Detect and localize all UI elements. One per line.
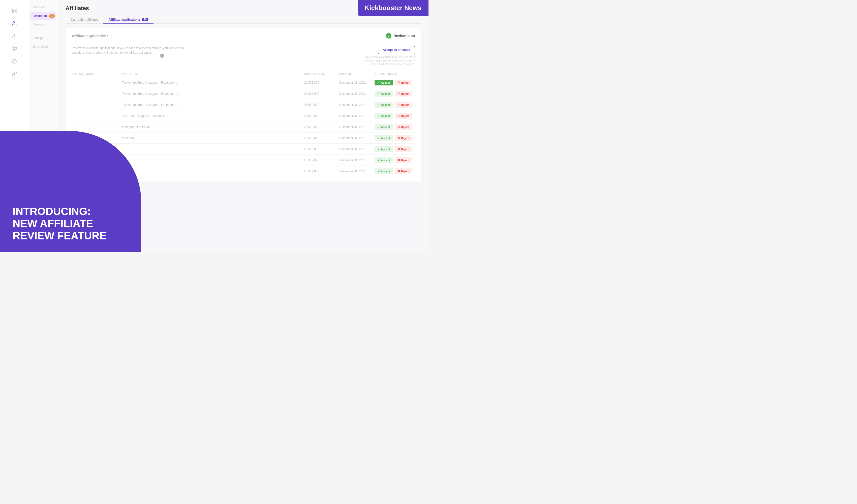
- accept-button[interactable]: ✓ Accept: [374, 91, 393, 97]
- table-row: 25,052,000 December 31, 2021 ✓ Accept ✕ …: [71, 144, 415, 155]
- reject-button[interactable]: ✕ Reject: [395, 146, 413, 152]
- sidebar-cart[interactable]: [0, 42, 29, 55]
- table-row: Twitter, YouTube, Instagram, Facebook, .…: [71, 77, 415, 88]
- th-name: AFFILIATE NAME: [71, 72, 122, 75]
- intro-line2: NEW AFFILIATE: [13, 217, 129, 230]
- nav-settings[interactable]: Settings: [29, 34, 58, 42]
- sidebar-referrals[interactable]: [0, 30, 29, 42]
- th-audience: AUDIENCE SIZE: [304, 72, 339, 75]
- tab-badge: 10: [142, 18, 148, 21]
- accept-button[interactable]: ✓ Accept: [374, 135, 393, 141]
- td-audience: 25,052,000: [304, 81, 339, 84]
- reject-button[interactable]: ✕ Reject: [395, 157, 413, 163]
- kickbooster-title: Kickbooster News: [365, 4, 421, 12]
- td-platforms: Twitter, YouTube, Instagram, Facebook, .…: [122, 81, 304, 84]
- kickbooster-banner: Kickbooster News: [358, 0, 428, 16]
- accept-button[interactable]: ✓ Accept: [374, 80, 393, 85]
- table-row: YouTube, Instagram, Facebook, ... 25,052…: [71, 111, 415, 121]
- table-row: Twitter, YouTube, Instagram, Facebook, .…: [71, 88, 415, 99]
- td-actions: ✓ Accept ✕ Reject: [374, 80, 415, 85]
- tab-campaign-affiliates[interactable]: Campaign affiliates: [66, 16, 103, 24]
- nav-referrals[interactable]: Referrals: [29, 20, 58, 29]
- tabs-bar: Campaign affiliates Affiliate applicatio…: [66, 16, 421, 24]
- reject-button[interactable]: ✕ Reject: [395, 91, 413, 97]
- accept-button[interactable]: ✓ Accept: [374, 102, 393, 107]
- nav-affiliates[interactable]: Affiliates 10: [31, 12, 56, 20]
- sidebar-settings[interactable]: [0, 55, 29, 68]
- table-row: Twitter, YouTube, Instagram, Facebook, .…: [71, 99, 415, 111]
- nav-cart[interactable]: [29, 29, 58, 34]
- svg-point-7: [16, 50, 16, 51]
- accept-all-area: Accept all affiliates Only accept all af…: [365, 46, 415, 66]
- accept-all-note: Only accept all affiliates if you are su…: [365, 55, 415, 66]
- table-row: Instagram, Facebook, ... 25,052,000 Dece…: [71, 121, 415, 133]
- th-applied: APPLIED: [339, 72, 374, 75]
- nav-referrals-label: Referrals: [33, 23, 45, 26]
- review-check-icon: ✓: [386, 33, 391, 38]
- nav-link-builder-label: Link builder: [33, 45, 48, 48]
- svg-point-6: [14, 50, 14, 51]
- affiliates-badge: 10: [49, 14, 55, 18]
- reject-button[interactable]: ✕ Reject: [395, 102, 413, 107]
- reject-button[interactable]: ✕ Reject: [395, 80, 413, 85]
- card-description: Review your affiliate applications. If y…: [71, 46, 192, 55]
- td-applied: December 31, 2021: [339, 81, 374, 84]
- reject-button[interactable]: ✕ Reject: [395, 168, 413, 174]
- reject-button[interactable]: ✕ Reject: [395, 113, 413, 119]
- nav-link-builder[interactable]: Link builder: [29, 42, 58, 51]
- tab-affiliate-applications[interactable]: Affiliate applications 10: [103, 16, 153, 24]
- accept-button[interactable]: ✓ Accept: [374, 113, 393, 119]
- intro-title: INTRODUCING: NEW AFFILIATE REVIEW FEATUR…: [13, 205, 129, 242]
- review-status: ✓ Review is on: [386, 33, 415, 38]
- nav-dashboard-label: Dashboard: [33, 5, 47, 9]
- th-platforms: PLATFORMS: [122, 72, 304, 75]
- check-icon: ✓: [377, 81, 380, 84]
- sidebar-link-builder[interactable]: [0, 68, 29, 80]
- svg-point-8: [14, 61, 15, 62]
- accept-button[interactable]: ✓ Accept: [374, 168, 393, 174]
- card-title: Affiliate applications: [71, 34, 108, 38]
- accept-button[interactable]: ✓ Accept: [374, 157, 393, 163]
- accept-all-button[interactable]: Accept all affiliates: [378, 46, 415, 54]
- table-header: AFFILIATE NAME PLATFORMS AUDIENCE SIZE A…: [71, 71, 415, 77]
- desc-row: Review your affiliate applications. If y…: [71, 46, 415, 66]
- table-row: Facebook, ... 25,052,000 December 31, 20…: [71, 133, 415, 144]
- intro-line3: REVIEW FEATURE: [13, 230, 129, 242]
- svg-rect-2: [13, 11, 14, 13]
- svg-rect-0: [13, 9, 14, 11]
- sidebar-affiliates[interactable]: [0, 17, 29, 30]
- sidebar-dashboard[interactable]: [0, 4, 29, 17]
- reject-button[interactable]: ✕ Reject: [395, 135, 413, 141]
- svg-rect-3: [15, 11, 16, 13]
- th-accept-reject: ACCEPT / REJECT: [374, 72, 415, 75]
- x-icon: ✕: [398, 81, 400, 84]
- accept-button[interactable]: ✓ Accept: [374, 146, 393, 152]
- reject-button[interactable]: ✕ Reject: [395, 124, 413, 130]
- card-header: Affiliate applications ✓ Review is on: [71, 33, 415, 38]
- nav-settings-label: Settings: [33, 36, 43, 40]
- nav-affiliates-label: Affiliates: [34, 14, 47, 18]
- accept-button[interactable]: ✓ Accept: [374, 124, 393, 130]
- intro-line1: INTRODUCING:: [13, 205, 129, 217]
- svg-rect-1: [15, 9, 16, 11]
- nav-dashboard[interactable]: Dashboard: [29, 3, 58, 12]
